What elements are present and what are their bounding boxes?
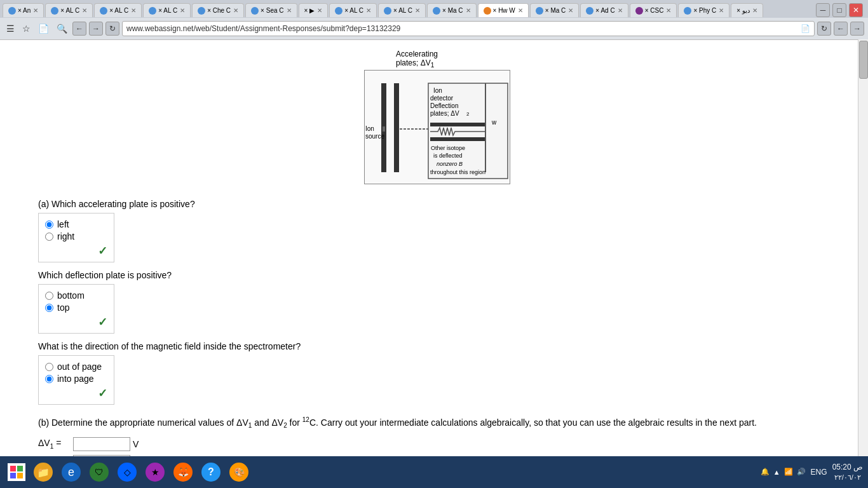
tab-12[interactable]: × Ma C✕ [530, 3, 580, 17]
taskbar: 📁 e 🛡 ◇ ★ 🦊 ? 🎨 🔔 ▲ 📶 🔊 ENG [0, 456, 868, 488]
checkmark-accel: ✓ [98, 244, 107, 258]
svg-text:plates; ΔV: plates; ΔV [430, 110, 459, 117]
menu-icon[interactable]: ☰ [4, 22, 17, 35]
radio-bottom[interactable] [45, 292, 53, 300]
taskbar-firefox[interactable]: 🦊 [170, 459, 196, 485]
star-icon[interactable]: ☆ [20, 22, 33, 35]
tray-arrow[interactable]: ▲ [773, 468, 780, 476]
radio-left[interactable] [45, 220, 53, 229]
tab-11-active[interactable]: × Hw W✕ [478, 3, 529, 17]
taskbar-ie[interactable]: e [58, 459, 84, 485]
forward-button[interactable]: → [89, 22, 103, 36]
taskbar-security[interactable]: 🛡 [86, 459, 112, 485]
checkmark-bfield: ✓ [98, 386, 107, 400]
input-row-b-dv1: ΔV1 = V [38, 437, 855, 451]
tab-6[interactable]: × Sea C✕ [245, 3, 297, 17]
tab-14[interactable]: × CSC✕ [630, 3, 677, 17]
taskbar-help[interactable]: ? [198, 459, 224, 485]
radio-group-accelerating: left right ✓ [38, 213, 114, 262]
svg-text:throughout this region: throughout this region [430, 169, 485, 175]
taskbar-right: 🔔 ▲ 📶 🔊 ENG 05:20 ص ٢٢/٠٦/٠٢ [761, 463, 863, 482]
svg-text:Ion: Ion [433, 87, 442, 94]
restore-button[interactable]: □ [832, 3, 846, 17]
diagram-plates-label: plates; ΔV1 [396, 58, 434, 67]
start-button[interactable] [5, 461, 28, 484]
url-text: www.webassign.net/web/Student/Assignment… [126, 24, 798, 33]
time-display: 05:20 ص [832, 463, 863, 473]
taskbar-file-explorer[interactable]: 📁 [31, 459, 56, 485]
question-bfield-text: What is the direction of the magnetic fi… [38, 341, 855, 351]
tab-bar: × An✕ × AL C✕ × AL C✕ × AL C✕ × Che C✕ ×… [0, 0, 868, 18]
page-icon: 📄 [801, 24, 810, 33]
tab-16[interactable]: × ديو✕ [731, 3, 763, 17]
scrollbar[interactable] [858, 39, 868, 456]
radio-option-out-of-page[interactable]: out of page [45, 362, 107, 372]
search-icon[interactable]: 🔍 [54, 22, 70, 35]
address-bar-row: ☰ ☆ 📄 🔍 ← → ↻ www.webassign.net/web/Stud… [0, 18, 868, 39]
taskbar-app1[interactable]: ★ [142, 459, 168, 485]
b-dv1-unit: V [133, 439, 139, 449]
radio-right-label: right [57, 231, 74, 241]
taskbar-paint[interactable]: 🎨 [226, 459, 252, 485]
svg-text:Other isotope: Other isotope [431, 145, 465, 151]
svg-rect-22 [10, 473, 16, 478]
tab-5[interactable]: × Che C✕ [192, 3, 244, 17]
tab-7[interactable]: × ▶✕ [299, 3, 329, 17]
tray-icon-sound: 🔊 [797, 468, 806, 476]
tab-15[interactable]: × Phy C✕ [678, 3, 729, 17]
taskbar-items: 📁 e 🛡 ◇ ★ 🦊 ? 🎨 [31, 459, 252, 485]
taskbar-dropbox[interactable]: ◇ [114, 459, 140, 485]
tab-10[interactable]: × Ma C✕ [427, 3, 477, 17]
refresh-button[interactable]: ↻ [817, 22, 831, 36]
svg-rect-21 [17, 466, 23, 471]
date-display: ٢٢/٠٦/٠٢ [832, 473, 863, 482]
taskbar-lang[interactable]: ENG [811, 468, 827, 477]
bookmark-icon[interactable]: 📄 [36, 22, 51, 35]
radio-option-bottom[interactable]: bottom [45, 290, 107, 301]
tab-8[interactable]: × AL C✕ [329, 3, 377, 17]
svg-rect-23 [17, 473, 23, 478]
svg-rect-4 [383, 126, 385, 132]
diagram-top-label: Accelerating plates; ΔV1 [396, 50, 529, 69]
radio-group-bfield: out of page into page ✓ [38, 355, 114, 405]
radio-into-page[interactable] [45, 375, 53, 383]
question-a-text: (a) Which accelerating plate is positive… [38, 199, 855, 209]
question-a-block: (a) Which accelerating plate is positive… [38, 199, 855, 405]
history-back-button[interactable]: ← [834, 22, 848, 36]
history-forward-button[interactable]: → [850, 22, 864, 36]
question-deflection-text: Which deflection plate is positive? [38, 270, 855, 280]
svg-text:Deflection: Deflection [430, 102, 458, 109]
radio-top-label: top [57, 302, 69, 313]
tab-3[interactable]: × AL C✕ [94, 3, 142, 17]
radio-option-into-page[interactable]: into page [45, 374, 107, 384]
radio-out-of-page[interactable] [45, 363, 53, 371]
address-bar[interactable]: www.webassign.net/web/Student/Assignment… [122, 21, 815, 36]
tab-9[interactable]: × AL C✕ [378, 3, 426, 17]
diagram-wrapper: Accelerating plates; ΔV1 Ion source Ion … [364, 50, 529, 186]
reload-button[interactable]: ↻ [105, 22, 119, 36]
back-button[interactable]: ← [72, 22, 86, 36]
radio-group-deflection: bottom top ✓ [38, 284, 114, 334]
tray-icon-network: 📶 [784, 468, 793, 476]
b-dv1-input[interactable] [73, 437, 130, 451]
tab-4[interactable]: × AL C✕ [143, 3, 191, 17]
radio-option-left[interactable]: left [45, 219, 107, 229]
page-content: Accelerating plates; ΔV1 Ion source Ion … [0, 40, 868, 488]
svg-text:w: w [491, 119, 497, 126]
minimize-button[interactable]: ─ [816, 3, 830, 17]
radio-right[interactable] [45, 233, 53, 241]
tab-13[interactable]: × Ad C✕ [580, 3, 628, 17]
radio-option-right[interactable]: right [45, 231, 107, 241]
question-b-text: (b) Determine the appropriate numerical … [38, 415, 855, 430]
tray-icon-1: 🔔 [761, 468, 770, 476]
tab-2[interactable]: × AL C✕ [45, 3, 93, 17]
svg-text:nonzero B: nonzero B [437, 161, 463, 167]
system-tray: 🔔 ▲ 📶 🔊 [761, 468, 806, 476]
radio-top[interactable] [45, 304, 53, 312]
radio-into-page-label: into page [57, 374, 94, 384]
radio-option-top[interactable]: top [45, 302, 107, 313]
tab-1[interactable]: × An✕ [3, 3, 44, 17]
svg-rect-20 [10, 466, 16, 471]
close-button[interactable]: ✕ [849, 3, 863, 17]
scrollbar-thumb[interactable] [859, 41, 868, 79]
